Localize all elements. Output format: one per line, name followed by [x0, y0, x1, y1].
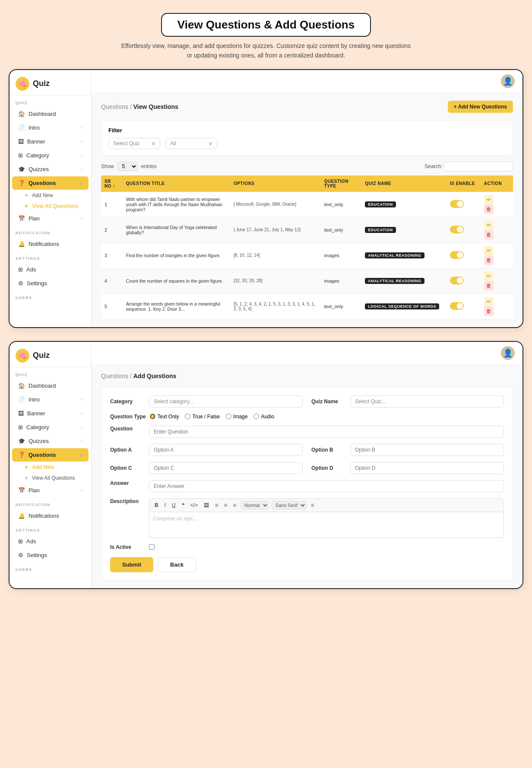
option-b-input[interactable] [350, 444, 504, 456]
bold-button[interactable]: B [153, 501, 160, 509]
align-button[interactable]: ≡ [231, 501, 238, 509]
true-false-label: True / False [192, 414, 220, 420]
answer-input[interactable] [149, 480, 504, 492]
cell-sr: 5 [101, 293, 123, 319]
sidebar-item-quizzes[interactable]: 🎓 Quizzes › [12, 163, 89, 176]
more-options-button[interactable]: ≡ [309, 501, 316, 509]
view-questions-card: 🧠 Quiz QUIZ 🏠 Dashboard 📄 Intro › 🖼 Bann… [9, 69, 523, 328]
radio-true-false-input[interactable] [185, 414, 190, 419]
unordered-list-button[interactable]: ≡ [222, 501, 229, 509]
sidebar-item-label: Plan [28, 215, 40, 222]
ordered-list-button[interactable]: ≡ [213, 501, 220, 509]
is-active-checkbox[interactable] [149, 544, 155, 550]
sidebar2-item-dashboard[interactable]: 🏠 Dashboard [12, 379, 89, 392]
compose-area[interactable]: Compose an epic... [149, 512, 504, 538]
add-questions-card: 🧠 Quiz QUIZ 🏠 Dashboard 📄 Intro › 🖼 Bann… [9, 341, 523, 589]
breadcrumb-row-2: Questions / Add Questions [101, 373, 513, 379]
delete-icon[interactable]: 🗑 [484, 230, 494, 239]
question-type-row: Question Type Text Only True / False [110, 414, 504, 420]
sidebar-item-questions[interactable]: ❓ Questions ∨ [12, 176, 89, 190]
delete-icon[interactable]: 🗑 [484, 281, 494, 290]
bell-icon: 🔔 [18, 241, 25, 247]
edit-icon[interactable]: ✏ [484, 297, 494, 306]
radio-image[interactable]: Image [226, 414, 247, 420]
blockquote-button[interactable]: ❝ [180, 501, 186, 509]
radio-image-input[interactable] [226, 414, 231, 419]
add-new-questions-button[interactable]: + Add New Questions [448, 101, 513, 113]
radio-text-only-input[interactable] [150, 414, 155, 419]
users-section-label-2: USERS [10, 562, 91, 574]
user-avatar-2[interactable]: 👤 [501, 346, 515, 360]
delete-icon[interactable]: 🗑 [484, 255, 494, 265]
chevron-right-icon: › [81, 411, 82, 416]
sidebar2-item-plan[interactable]: 📅 Plan › [12, 484, 89, 497]
all-dropdown[interactable]: All ∨ [165, 138, 217, 149]
sidebar-item-label: Category [26, 424, 49, 430]
radio-audio[interactable]: Audio [253, 414, 274, 420]
cell-quiz: ANALYTICAL REASONING [361, 268, 446, 293]
enable-toggle[interactable] [450, 251, 464, 259]
sidebar-item-notifications[interactable]: 🔔 Notifications [12, 237, 89, 251]
sidebar2-sub-add-new[interactable]: Add New [12, 462, 89, 472]
edit-icon[interactable]: ✏ [484, 220, 494, 230]
option-c-input[interactable] [149, 462, 303, 474]
sidebar2-item-quizzes[interactable]: 🎓 Quizzes › [12, 434, 89, 448]
entries-select[interactable]: 51025 [117, 162, 138, 171]
quiz-name-select[interactable]: Select Quiz... [350, 395, 504, 408]
user-avatar[interactable]: 👤 [501, 74, 515, 88]
sidebar-sub-add-new[interactable]: Add New [12, 190, 89, 201]
view-all-label: View All Questions [32, 203, 78, 209]
option-a-input[interactable] [149, 444, 303, 456]
radio-audio-input[interactable] [253, 414, 259, 419]
topbar: 👤 [92, 70, 522, 93]
sidebar-item-label: Questions [28, 180, 56, 186]
enable-toggle[interactable] [450, 277, 464, 284]
font-select[interactable]: Sans Serif [272, 501, 307, 510]
radio-text-only[interactable]: Text Only [150, 414, 179, 420]
sidebar-item-banner[interactable]: 🖼 Banner › [12, 135, 89, 148]
delete-icon[interactable]: 🗑 [484, 204, 494, 214]
option-d-input[interactable] [350, 462, 504, 474]
category-select[interactable]: Select category... [149, 395, 303, 408]
sidebar2-item-category[interactable]: ⊞ Category › [12, 421, 89, 434]
enable-toggle[interactable] [450, 226, 464, 233]
select-quiz-dropdown[interactable]: Select Quiz ∨ [108, 138, 160, 149]
breadcrumb-separator: / [130, 103, 133, 110]
sidebar-item-dashboard[interactable]: 🏠 Dashboard [12, 107, 89, 121]
filter-row: Select Quiz ∨ All ∨ [108, 138, 506, 149]
italic-button[interactable]: I [163, 501, 168, 509]
format-select[interactable]: Normal [241, 501, 269, 510]
sidebar-item-settings[interactable]: ⚙ Settings [12, 277, 89, 290]
back-button[interactable]: Back [158, 557, 196, 572]
edit-icon[interactable]: ✏ [484, 271, 494, 281]
sidebar-sub-view-all[interactable]: View All Questions [12, 201, 89, 211]
underline-button[interactable]: U [170, 501, 177, 509]
sidebar2-item-banner[interactable]: 🖼 Banner › [12, 407, 89, 420]
sidebar2-item-ads[interactable]: ⊞ Ads [12, 535, 89, 548]
code-button[interactable]: </> [189, 501, 200, 509]
submit-button[interactable]: Submit [110, 557, 153, 572]
edit-icon[interactable]: ✏ [484, 246, 494, 255]
sidebar-item-ads[interactable]: ⊞ Ads [12, 263, 89, 276]
sidebar2-sub-view-all[interactable]: View All Questions [12, 473, 89, 483]
show-entries-row: Show 51025 entries Search: [101, 162, 513, 171]
sidebar2-item-notifications[interactable]: 🔔 Notifications [12, 509, 89, 523]
edit-icon[interactable]: ✏ [484, 195, 494, 204]
compose-placeholder: Compose an epic... [153, 516, 197, 522]
sidebar2-item-intro[interactable]: 📄 Intro › [12, 393, 89, 406]
enable-toggle[interactable] [450, 200, 464, 208]
add-new-label: Add New [32, 192, 53, 198]
sidebar2-item-questions[interactable]: ❓ Questions ∨ [12, 448, 89, 462]
sidebar-item-plan[interactable]: 📅 Plan › [12, 212, 89, 225]
radio-true-false[interactable]: True / False [185, 414, 220, 420]
sidebar-item-category[interactable]: ⊞ Category › [12, 149, 89, 162]
sidebar-item-intro[interactable]: 📄 Intro › [12, 121, 89, 134]
question-input[interactable] [149, 426, 504, 438]
delete-icon[interactable]: 🗑 [484, 306, 494, 316]
image-button[interactable]: 🖼 [202, 501, 211, 509]
cell-options: [8, 10, 12, 14] [230, 242, 321, 268]
enable-toggle[interactable] [450, 302, 464, 310]
option-d-group: Option D [311, 462, 504, 474]
search-input[interactable] [444, 162, 513, 171]
sidebar2-item-settings[interactable]: ⚙ Settings [12, 548, 89, 562]
